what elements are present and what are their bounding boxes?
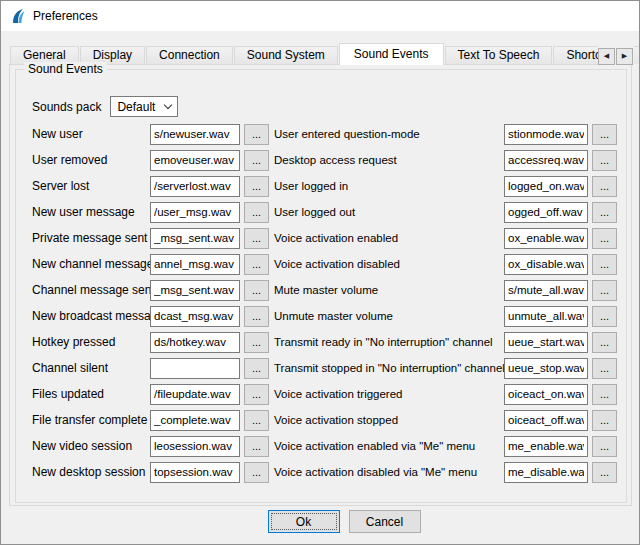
browse-button[interactable]: ... — [592, 384, 617, 405]
sound-file-input[interactable] — [150, 332, 240, 353]
browse-button[interactable]: ... — [244, 436, 269, 457]
sound-file-input[interactable] — [150, 228, 240, 249]
sound-event-row: Transmit ready in "No interruption" chan… — [274, 329, 617, 355]
sound-event-row: Transmit stopped in "No interruption" ch… — [274, 355, 617, 381]
sound-file-input[interactable] — [150, 358, 240, 379]
sound-event-row: New desktop session... — [32, 459, 269, 485]
sound-file-input[interactable] — [504, 358, 588, 379]
browse-button[interactable]: ... — [244, 462, 269, 483]
sound-event-row: Mute master volume... — [274, 277, 617, 303]
sound-event-label: New desktop session — [32, 465, 146, 479]
sound-event-label: File transfer complete — [32, 413, 146, 427]
title-bar: Preferences — [1, 1, 639, 31]
app-logo-icon — [10, 8, 26, 24]
sound-event-row: New user... — [32, 121, 269, 147]
sound-file-input[interactable] — [504, 176, 588, 197]
browse-button[interactable]: ... — [592, 410, 617, 431]
sound-event-row: Voice activation disabled via "Me" menu.… — [274, 459, 617, 485]
sound-event-label: Voice activation enabled via "Me" menu — [274, 440, 500, 452]
sound-file-input[interactable] — [504, 124, 588, 145]
sound-file-input[interactable] — [150, 306, 240, 327]
browse-button[interactable]: ... — [592, 202, 617, 223]
sound-event-row: Voice activation enabled via "Me" menu..… — [274, 433, 617, 459]
sound-file-input[interactable] — [150, 462, 240, 483]
sounds-pack-label: Sounds pack — [32, 100, 101, 114]
sound-file-input[interactable] — [504, 384, 588, 405]
tab-text-to-speech[interactable]: Text To Speech — [445, 46, 553, 64]
browse-button[interactable]: ... — [592, 228, 617, 249]
browse-button[interactable]: ... — [244, 176, 269, 197]
browse-button[interactable]: ... — [244, 254, 269, 275]
browse-button[interactable]: ... — [592, 124, 617, 145]
browse-button[interactable]: ... — [592, 150, 617, 171]
tab-sound-events[interactable]: Sound Events — [339, 43, 444, 65]
sound-event-row: User entered question-mode... — [274, 121, 617, 147]
browse-button[interactable]: ... — [244, 410, 269, 431]
sound-file-input[interactable] — [150, 150, 240, 171]
browse-button[interactable]: ... — [244, 332, 269, 353]
browse-button[interactable]: ... — [244, 150, 269, 171]
sound-event-label: Voice activation enabled — [274, 232, 500, 244]
sound-file-input[interactable] — [504, 254, 588, 275]
browse-button[interactable]: ... — [244, 202, 269, 223]
sound-event-label: Server lost — [32, 179, 146, 193]
ok-button[interactable]: Ok — [268, 510, 340, 533]
sound-event-row: File transfer complete... — [32, 407, 269, 433]
sound-event-label: Voice activation disabled — [274, 258, 500, 270]
browse-button[interactable]: ... — [592, 280, 617, 301]
sound-event-label: Files updated — [32, 387, 146, 401]
browse-button[interactable]: ... — [244, 306, 269, 327]
browse-button[interactable]: ... — [592, 254, 617, 275]
browse-button[interactable]: ... — [592, 358, 617, 379]
sound-file-input[interactable] — [150, 436, 240, 457]
sound-events-right-column: User entered question-mode...Desktop acc… — [274, 121, 617, 485]
sounds-pack-value: Default — [117, 100, 155, 114]
sound-event-row: Voice activation stopped... — [274, 407, 617, 433]
sound-event-row: Voice activation triggered... — [274, 381, 617, 407]
sound-file-input[interactable] — [504, 306, 588, 327]
sound-file-input[interactable] — [150, 254, 240, 275]
sound-file-input[interactable] — [150, 384, 240, 405]
sound-file-input[interactable] — [504, 332, 588, 353]
browse-button[interactable]: ... — [244, 228, 269, 249]
sound-file-input[interactable] — [504, 202, 588, 223]
browse-button[interactable]: ... — [592, 306, 617, 327]
browse-button[interactable]: ... — [244, 384, 269, 405]
tab-scroll-right-icon[interactable]: ▶ — [616, 48, 633, 65]
sound-file-input[interactable] — [504, 436, 588, 457]
browse-button[interactable]: ... — [592, 436, 617, 457]
sound-file-input[interactable] — [504, 150, 588, 171]
browse-button[interactable]: ... — [592, 462, 617, 483]
tab-connection[interactable]: Connection — [146, 46, 233, 64]
sound-event-row: Voice activation disabled... — [274, 251, 617, 277]
browse-button[interactable]: ... — [244, 358, 269, 379]
sound-file-input[interactable] — [504, 280, 588, 301]
sound-file-input[interactable] — [150, 202, 240, 223]
tab-sound-system[interactable]: Sound System — [234, 46, 338, 64]
sound-file-input[interactable] — [504, 462, 588, 483]
sound-file-input[interactable] — [150, 410, 240, 431]
sound-event-label: Private message sent — [32, 231, 146, 245]
sound-event-label: New video session — [32, 439, 146, 453]
sounds-pack-select[interactable]: Default — [110, 96, 178, 117]
preferences-dialog: Preferences GeneralDisplayConnectionSoun… — [0, 0, 640, 545]
tab-scroll-left-icon[interactable]: ◀ — [598, 48, 615, 65]
tab-scroller: ◀ ▶ — [598, 46, 634, 65]
sound-event-label: Transmit ready in "No interruption" chan… — [274, 336, 500, 348]
sound-event-label: Channel silent — [32, 361, 146, 375]
sound-file-input[interactable] — [150, 176, 240, 197]
browse-button[interactable]: ... — [244, 280, 269, 301]
cancel-button[interactable]: Cancel — [349, 510, 421, 533]
browse-button[interactable]: ... — [244, 124, 269, 145]
sound-file-input[interactable] — [504, 228, 588, 249]
sound-event-row: Unmute master volume... — [274, 303, 617, 329]
browse-button[interactable]: ... — [592, 332, 617, 353]
sound-file-input[interactable] — [150, 124, 240, 145]
sound-event-label: User entered question-mode — [274, 128, 500, 140]
sound-event-label: Voice activation stopped — [274, 414, 500, 426]
sound-file-input[interactable] — [150, 280, 240, 301]
sound-file-input[interactable] — [504, 410, 588, 431]
browse-button[interactable]: ... — [592, 176, 617, 197]
sound-event-label: User removed — [32, 153, 146, 167]
sound-event-row: Channel silent... — [32, 355, 269, 381]
